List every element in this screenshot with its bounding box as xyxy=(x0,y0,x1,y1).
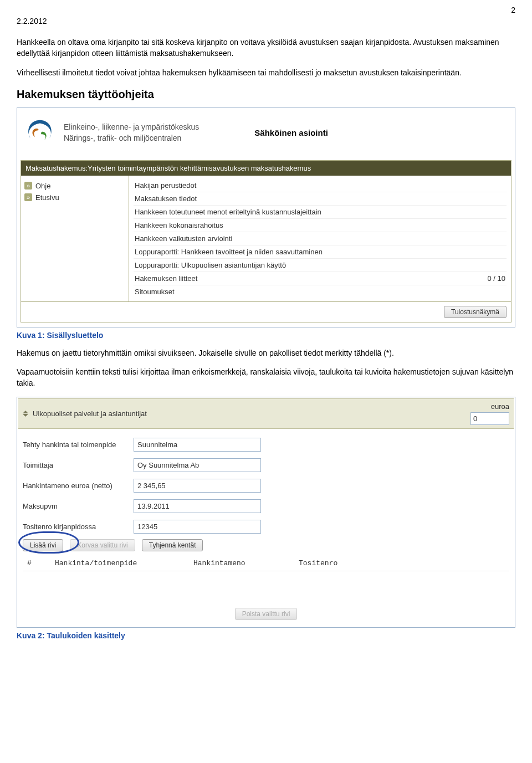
form-row: Tositenro kirjanpidossa xyxy=(23,516,509,537)
nav-label: Hankkeen vaikutusten arviointi xyxy=(135,234,232,243)
tositenro-input[interactable] xyxy=(134,520,261,534)
intro-paragraph-1: Hankkeella on oltava oma kirjanpito tai … xyxy=(17,37,515,59)
empty-table-body xyxy=(23,571,509,600)
print-view-button[interactable]: Tulostusnäkymä xyxy=(444,306,507,318)
hankintameno-input[interactable] xyxy=(134,479,261,493)
ely-logo-icon xyxy=(24,117,56,149)
figure-2-footer: Poista valittu rivi xyxy=(18,604,514,624)
nav-label: Sitoumukset xyxy=(135,288,175,296)
sidebar: » Ohje » Etusivu xyxy=(21,176,129,301)
figure-1: Elinkeino-, liikenne- ja ympäristökeskus… xyxy=(17,107,515,327)
form-row: Hankintameno euroa (netto) xyxy=(23,475,509,496)
chevron-icon: » xyxy=(24,182,32,190)
paragraph-after-fig1-b: Vapaamuotoisiin kenttiin teksti tulisi k… xyxy=(17,366,515,389)
nav-item[interactable]: Sitoumukset xyxy=(134,285,507,298)
form-label: Hankintameno euroa (netto) xyxy=(23,482,134,490)
delete-row-button: Poista valittu rivi xyxy=(235,608,298,620)
hankinta-input[interactable] xyxy=(134,438,261,452)
app-header: Elinkeino-, liikenne- ja ympäristökeskus… xyxy=(21,111,511,160)
form-row: Toimittaja xyxy=(23,455,509,475)
nav-item[interactable]: Maksatuksen tiedot xyxy=(134,192,507,206)
form-label: Toimittaja xyxy=(23,461,134,469)
add-row-button[interactable]: Lisää rivi xyxy=(23,539,63,551)
sidebar-label: Etusivu xyxy=(35,193,59,202)
form-container: Maksatushakemus:Yritysten toimintaympäri… xyxy=(21,160,511,322)
logo-title-fi: Elinkeino-, liikenne- ja ympäristökeskus xyxy=(64,122,199,133)
chevron-icon: » xyxy=(24,193,32,201)
nav-label: Hankkeen toteutuneet menot eriteltyinä k… xyxy=(135,208,321,216)
clear-fields-button[interactable]: Tyhjennä kentät xyxy=(142,539,203,551)
nav-label: Hakemuksen liitteet xyxy=(135,274,197,283)
nav-label: Hankkeen kokonaisrahoitus xyxy=(135,221,223,229)
intro-paragraph-2: Virheellisesti ilmoitetut tiedot voivat … xyxy=(17,67,515,78)
nav-item[interactable]: Hankkeen toteutuneet menot eriteltyinä k… xyxy=(134,206,507,219)
form-footer: Tulostusnäkymä xyxy=(21,301,511,322)
nav-label: Loppuraportti: Hankkeen tavoitteet ja ni… xyxy=(135,248,323,256)
service-title: Sähköinen asiointi xyxy=(254,128,328,137)
nav-item[interactable]: Hakemuksen liitteet0 / 10 xyxy=(134,272,507,285)
figure-2-caption: Kuva 2: Taulukoiden käsittely xyxy=(17,631,515,640)
maksupvm-input[interactable] xyxy=(134,499,261,513)
page-number: 2 xyxy=(17,6,515,14)
sidebar-item-etusivu[interactable]: » Etusivu xyxy=(24,192,125,203)
figure-1-caption: Kuva 1: Sisällysluettelo xyxy=(17,331,515,340)
form-row: Tehty hankinta tai toimenpide xyxy=(23,434,509,455)
form-label: Tehty hankinta tai toimenpide xyxy=(23,441,134,449)
section-heading: Hakemuksen täyttöohjeita xyxy=(17,88,515,101)
nav-item[interactable]: Hankkeen vaikutusten arviointi xyxy=(134,232,507,245)
content-list: Hakijan perustiedot Maksatuksen tiedot H… xyxy=(129,176,511,301)
sidebar-label: Ohje xyxy=(35,182,50,190)
form-titlebar: Maksatushakemus:Yritysten toimintaympäri… xyxy=(21,161,511,176)
nav-item[interactable]: Hakijan perustiedot xyxy=(134,179,507,192)
col-hankintameno: Hankintameno xyxy=(193,559,282,567)
form-label: Tositenro kirjanpidossa xyxy=(23,523,134,531)
figure-2: Ulkopuoliset palvelut ja asiantuntijat e… xyxy=(17,397,515,628)
nav-label: Hakijan perustiedot xyxy=(135,181,196,190)
col-hash: # xyxy=(27,559,38,567)
form-row: Maksupvm xyxy=(23,496,509,516)
table-header: # Hankinta/toimenpide Hankintameno Tosit… xyxy=(23,556,509,571)
nav-count: 0 / 10 xyxy=(487,274,505,283)
nav-label: Maksatuksen tiedot xyxy=(135,194,197,203)
section-row-label: Ulkopuoliset palvelut ja asiantuntijat xyxy=(33,409,147,418)
nav-item[interactable]: Loppuraportti: Ulkopuolisen asiantuntija… xyxy=(134,259,507,272)
section-row-header[interactable]: Ulkopuoliset palvelut ja asiantuntijat e… xyxy=(18,398,514,429)
nav-item[interactable]: Hankkeen kokonaisrahoitus xyxy=(134,219,507,232)
sidebar-item-ohje[interactable]: » Ohje xyxy=(24,180,125,192)
euroa-label: euroa xyxy=(491,402,509,411)
toimittaja-input[interactable] xyxy=(134,458,261,472)
logo-block: Elinkeino-, liikenne- ja ympäristökeskus… xyxy=(24,117,199,149)
replace-row-button: Korvaa valittu rivi xyxy=(70,539,135,551)
paragraph-after-fig1-a: Hakemus on jaettu tietoryhmittäin omiksi… xyxy=(17,347,515,359)
form-label: Maksupvm xyxy=(23,502,134,510)
col-tositenro: Tositenro xyxy=(299,559,337,567)
col-hankinta: Hankinta/toimenpide xyxy=(55,559,177,567)
document-date: 2.2.2012 xyxy=(17,17,515,25)
nav-label: Loppuraportti: Ulkopuolisen asiantuntija… xyxy=(135,261,286,269)
euroa-input[interactable] xyxy=(470,412,509,425)
nav-item[interactable]: Loppuraportti: Hankkeen tavoitteet ja ni… xyxy=(134,245,507,259)
logo-title-sv: Närings-, trafik- och miljöcentralen xyxy=(64,133,199,144)
sort-icon xyxy=(23,409,28,417)
